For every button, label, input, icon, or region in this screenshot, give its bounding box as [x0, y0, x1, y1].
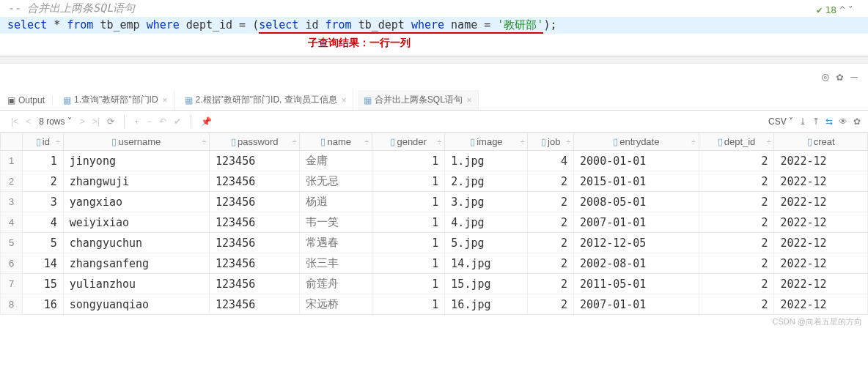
- col-gender[interactable]: ▯gender÷: [372, 133, 445, 151]
- col-username[interactable]: ▯username÷: [63, 133, 209, 151]
- cell-creat[interactable]: 2022-12: [774, 274, 868, 294]
- prev-page-button[interactable]: <: [22, 116, 34, 127]
- cell-job[interactable]: 2: [528, 192, 574, 212]
- cell-image[interactable]: 2.jpg: [445, 171, 528, 192]
- cell-job[interactable]: 2: [528, 212, 574, 233]
- close-icon[interactable]: ×: [163, 95, 168, 105]
- cell-username[interactable]: jinyong: [63, 151, 209, 171]
- eye-icon[interactable]: 👁: [839, 116, 847, 127]
- sort-icon[interactable]: ÷: [567, 138, 571, 146]
- cell-creat[interactable]: 2022-12: [774, 294, 868, 315]
- add-row-button[interactable]: +: [130, 116, 143, 127]
- table-row[interactable]: 22zhangwuji123456张无忌12.jpg22015-01-01220…: [1, 171, 868, 192]
- cell-username[interactable]: yangxiao: [63, 192, 209, 212]
- cell-id[interactable]: 4: [23, 212, 64, 233]
- cell-password[interactable]: 123456: [210, 151, 300, 171]
- sort-icon[interactable]: ÷: [202, 138, 207, 146]
- cell-entrydate[interactable]: 2007-01-01: [574, 212, 699, 233]
- table-row[interactable]: 816songyuanqiao123456宋远桥116.jpg22007-01-…: [1, 294, 868, 315]
- cell-id[interactable]: 14: [23, 253, 64, 274]
- cell-dept-id[interactable]: 2: [699, 294, 774, 315]
- cell-creat[interactable]: 2022-12: [774, 151, 868, 171]
- close-icon[interactable]: ×: [467, 95, 472, 105]
- minimize-icon[interactable]: —: [850, 70, 858, 83]
- cell-id[interactable]: 16: [23, 294, 64, 315]
- cell-id[interactable]: 3: [23, 192, 64, 212]
- horizontal-scrollbar[interactable]: [0, 56, 868, 64]
- cell-name[interactable]: 金庸: [300, 151, 372, 171]
- cell-creat[interactable]: 2022-12: [774, 192, 868, 212]
- table-row[interactable]: 11jinyong123456金庸11.jpg42000-01-0122022-…: [1, 151, 868, 171]
- cell-id[interactable]: 2: [23, 171, 64, 192]
- cell-password[interactable]: 123456: [210, 212, 300, 233]
- cell-name[interactable]: 张无忌: [300, 171, 372, 192]
- cell-gender[interactable]: 1: [372, 212, 445, 233]
- sort-icon[interactable]: ÷: [691, 138, 696, 146]
- cell-name[interactable]: 杨逍: [300, 192, 372, 212]
- cell-username[interactable]: changyuchun: [63, 233, 209, 253]
- cell-entrydate[interactable]: 2000-01-01: [574, 151, 699, 171]
- cell-id[interactable]: 15: [23, 274, 64, 294]
- cell-gender[interactable]: 1: [372, 294, 445, 315]
- cell-name[interactable]: 常遇春: [300, 233, 372, 253]
- tab-query-1[interactable]: ▦ 1.查询"教研部"部门ID ×: [57, 90, 174, 110]
- sort-icon[interactable]: ÷: [56, 138, 60, 146]
- upload-icon[interactable]: ⤒: [812, 116, 820, 127]
- refresh-button[interactable]: ⟳: [103, 116, 118, 127]
- cell-creat[interactable]: 2022-12: [774, 212, 868, 233]
- cell-name[interactable]: 俞莲舟: [300, 274, 372, 294]
- cell-gender[interactable]: 1: [372, 192, 445, 212]
- cell-image[interactable]: 14.jpg: [445, 253, 528, 274]
- table-row[interactable]: 44weiyixiao123456韦一笑14.jpg22007-01-01220…: [1, 212, 868, 233]
- table-row[interactable]: 715yulianzhou123456俞莲舟115.jpg22011-05-01…: [1, 274, 868, 294]
- cell-password[interactable]: 123456: [210, 274, 300, 294]
- cell-password[interactable]: 123456: [210, 233, 300, 253]
- tab-query-3[interactable]: ▦ 合并出上两条SQL语句 ×: [358, 90, 479, 110]
- table-row[interactable]: 33yangxiao123456杨逍13.jpg22008-05-0122022…: [1, 192, 868, 212]
- first-page-button[interactable]: |<: [7, 116, 22, 127]
- cell-name[interactable]: 宋远桥: [300, 294, 372, 315]
- col-job[interactable]: ▯job÷: [528, 133, 574, 151]
- col-id[interactable]: ▯id÷: [23, 133, 64, 151]
- cell-gender[interactable]: 1: [372, 274, 445, 294]
- next-page-button[interactable]: >: [76, 116, 89, 127]
- cell-dept-id[interactable]: 2: [699, 253, 774, 274]
- col-password[interactable]: ▯password÷: [210, 133, 300, 151]
- output-tab[interactable]: ▣ Output: [7, 95, 53, 105]
- tab-query-2[interactable]: ▦ 2.根据"教研部"部门ID, 查询员工信息 ×: [179, 90, 353, 110]
- cell-image[interactable]: 15.jpg: [445, 274, 528, 294]
- chevron-down-icon[interactable]: ˅: [848, 4, 853, 15]
- target-icon[interactable]: ◎: [822, 70, 829, 83]
- cell-id[interactable]: 1: [23, 151, 64, 171]
- close-icon[interactable]: ×: [342, 95, 347, 105]
- cell-dept-id[interactable]: 2: [699, 151, 774, 171]
- cell-gender[interactable]: 1: [372, 171, 445, 192]
- table-row[interactable]: 614zhangsanfeng123456张三丰114.jpg22002-08-…: [1, 253, 868, 274]
- sort-icon[interactable]: ÷: [438, 138, 442, 146]
- chevron-up-icon[interactable]: ^: [839, 4, 845, 15]
- cell-username[interactable]: zhangsanfeng: [63, 253, 209, 274]
- cell-image[interactable]: 16.jpg: [445, 294, 528, 315]
- cell-job[interactable]: 2: [528, 253, 574, 274]
- cell-username[interactable]: songyuanqiao: [63, 294, 209, 315]
- cell-job[interactable]: 4: [528, 151, 574, 171]
- cell-username[interactable]: zhangwuji: [63, 171, 209, 192]
- cell-password[interactable]: 123456: [210, 294, 300, 315]
- cell-creat[interactable]: 2022-12: [774, 171, 868, 192]
- cell-job[interactable]: 2: [528, 294, 574, 315]
- cell-creat[interactable]: 2022-12: [774, 253, 868, 274]
- cell-job[interactable]: 2: [528, 274, 574, 294]
- commit-button[interactable]: ✔: [170, 116, 185, 127]
- sql-editor[interactable]: -- 合并出上两条SQL语句 select * from tb_emp wher…: [0, 0, 868, 56]
- cell-image[interactable]: 5.jpg: [445, 233, 528, 253]
- cell-dept-id[interactable]: 2: [699, 274, 774, 294]
- last-page-button[interactable]: >|: [89, 116, 103, 127]
- col-dept-id[interactable]: ▯dept_id÷: [699, 133, 774, 151]
- cell-dept-id[interactable]: 2: [699, 192, 774, 212]
- cell-entrydate[interactable]: 2002-08-01: [574, 253, 699, 274]
- cell-username[interactable]: weiyixiao: [63, 212, 209, 233]
- cell-name[interactable]: 韦一笑: [300, 212, 372, 233]
- row-count[interactable]: 8 rows ˅: [34, 116, 76, 127]
- cell-dept-id[interactable]: 2: [699, 233, 774, 253]
- download-icon[interactable]: ⤓: [799, 116, 806, 127]
